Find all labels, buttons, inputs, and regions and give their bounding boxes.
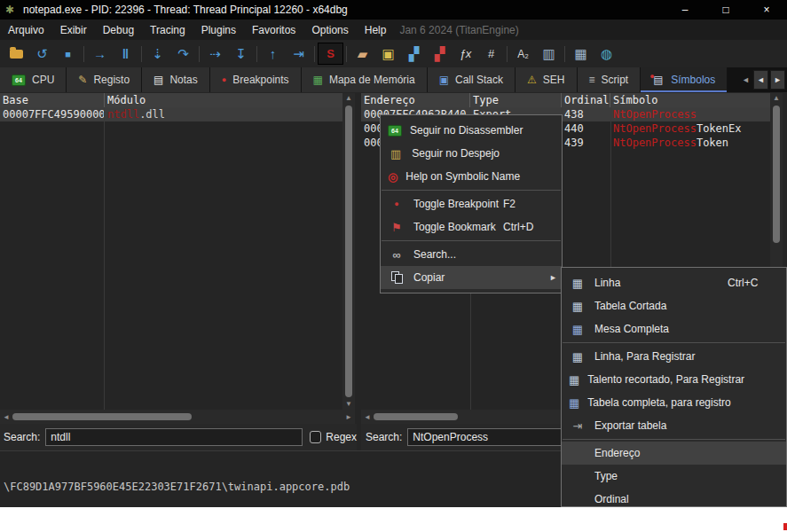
modules-horizontal-scrollbar[interactable]: ◄ ► xyxy=(0,410,355,424)
binoculars-search-icon: ∞ xyxy=(388,248,405,262)
calculator-export-button[interactable]: ▥ xyxy=(536,43,562,65)
scroll-down-arrow[interactable]: ▼ xyxy=(345,399,352,410)
menu-item-toggle-bookmark[interactable]: ⚑ Toggle Bookmark Ctrl+D xyxy=(381,215,562,239)
comments-button[interactable]: ▣ xyxy=(375,43,401,65)
table-icon: ▦ xyxy=(569,277,586,290)
menu-separator xyxy=(382,240,561,241)
hardware-breakpoints-icon[interactable]: ▞ xyxy=(427,43,453,65)
tab-mapa-de-memoria[interactable]: ▦ Mapa de Memória xyxy=(302,67,428,92)
submenu-item-tabela-cortada[interactable]: ▦ Tabela Cortada xyxy=(562,294,786,317)
submenu-item-endereco[interactable]: Endereço xyxy=(562,442,786,465)
menu-arquivo[interactable]: Arquivo xyxy=(0,20,52,40)
submenu-item-talento-recortado[interactable]: ▦ Talento recortado, Para Registrar xyxy=(562,368,786,391)
scroll-right-arrow[interactable]: ► xyxy=(342,413,355,421)
breakpoints-stripes-icon[interactable]: ▞ xyxy=(401,43,427,65)
tab-call-stack[interactable]: ▣ Call Stack xyxy=(428,67,515,92)
cpu-chip-icon: 64 xyxy=(12,74,26,86)
font-button[interactable]: A₂ xyxy=(510,43,536,65)
maximize-button[interactable]: □ xyxy=(705,0,746,20)
tab-cpu[interactable]: 64 CPU xyxy=(0,67,67,92)
column-base[interactable]: Base xyxy=(0,93,105,107)
column-endereco[interactable]: Endereço xyxy=(361,93,470,107)
tab-label: Script xyxy=(602,74,629,86)
restart-button[interactable]: ↺ xyxy=(29,43,55,65)
submenu-item-type[interactable]: Type xyxy=(562,465,786,488)
menu-item-seguir-disassembler[interactable]: 64 Seguir no Disassembler xyxy=(381,119,562,142)
tab-breakpoints[interactable]: ● Breakpoints xyxy=(210,67,302,92)
submenu-item-linha[interactable]: ▦ Linha Ctrl+C xyxy=(562,271,786,294)
menu-favoritos[interactable]: Favoritos xyxy=(244,20,303,40)
run-to-selection-button[interactable]: ⇢ xyxy=(202,43,228,65)
tab-label: CPU xyxy=(32,74,54,86)
calculator-button[interactable]: ▦ xyxy=(568,43,594,65)
pause-button[interactable]: ‖ xyxy=(113,43,138,65)
tab-simbolos[interactable]: ▤ ● Símbolos xyxy=(641,67,728,92)
scrollbar-thumb[interactable] xyxy=(773,106,780,243)
scroll-tabs-left-button[interactable]: ◄ xyxy=(753,70,768,90)
menu-item-toggle-breakpoint[interactable]: ● Toggle Breakpoint F2 xyxy=(381,192,562,215)
menu-tracing[interactable]: Tracing xyxy=(142,20,193,40)
build-info-label: Jan 6 2024 (TitanEngine) xyxy=(399,24,518,36)
patches-button[interactable]: ▰ xyxy=(350,43,375,65)
stop-button[interactable]: ■ xyxy=(55,43,81,65)
submenu-item-linha-para-registrar[interactable]: ▦ Linha, Para Registrar xyxy=(562,345,786,368)
scrollbar-thumb[interactable] xyxy=(345,106,352,397)
toolbar-separator xyxy=(199,46,200,62)
scroll-left-arrow[interactable]: ◄ xyxy=(361,413,374,421)
scrollbar-thumb[interactable] xyxy=(374,413,458,420)
menu-help[interactable]: Help xyxy=(357,20,395,40)
execute-till-return-button[interactable]: ↑ xyxy=(260,43,286,65)
menu-options[interactable]: Options xyxy=(303,20,356,40)
step-into-button[interactable]: ⇣ xyxy=(145,43,170,65)
submenu-item-ordinal[interactable]: Ordinal xyxy=(562,488,786,507)
menu-plugins[interactable]: Plugins xyxy=(193,20,244,40)
column-ordinal[interactable]: Ordinal xyxy=(562,93,610,107)
module-row-ntdll[interactable]: 00007FFC49590000 ntdll.dll xyxy=(0,107,342,121)
tab-script[interactable]: ≡ Script xyxy=(578,67,641,92)
scroll-up-arrow[interactable]: ▲ xyxy=(773,93,780,104)
scroll-tabs-right-button[interactable]: ► xyxy=(770,70,785,90)
close-button[interactable]: × xyxy=(746,0,787,20)
column-type[interactable]: Type xyxy=(470,93,562,107)
modules-table-header: Base Módulo xyxy=(0,93,342,107)
functions-button[interactable]: ƒx xyxy=(453,43,478,65)
submenu-item-mesa-completa[interactable]: ▦ Mesa Completa xyxy=(562,317,786,340)
symbol-red-part: NtOpenProcess xyxy=(613,108,696,121)
column-modulo[interactable]: Módulo xyxy=(105,93,342,107)
notes-icon: ▤ xyxy=(153,74,163,86)
submenu-item-exportar-tabela[interactable]: ⇥ Exportar tabela xyxy=(562,414,786,437)
module-ext: .dll xyxy=(139,108,165,121)
red-pin-glyph: ● xyxy=(649,72,654,81)
search-label: Search: xyxy=(4,431,40,443)
menu-debug[interactable]: Debug xyxy=(95,20,142,40)
animate-into-button[interactable]: S xyxy=(318,43,343,65)
step-over-button[interactable]: ↷ xyxy=(170,43,196,65)
menu-item-help-symbolic-name[interactable]: ◎ Help on Symbolic Name xyxy=(381,165,562,188)
column-simbolo[interactable]: Símbolo xyxy=(610,93,770,107)
hash-button[interactable]: # xyxy=(478,43,504,65)
scroll-up-arrow[interactable]: ▲ xyxy=(345,93,352,104)
scrollbar-thumb[interactable] xyxy=(12,413,192,420)
menu-item-search[interactable]: ∞ Search... xyxy=(381,243,562,266)
regex-checkbox[interactable] xyxy=(310,431,321,443)
symbol-red-part: NtOpenProcess xyxy=(613,137,696,149)
menu-item-copiar[interactable]: Copiar ► xyxy=(381,266,562,289)
tab-seh[interactable]: ⚠ SEH xyxy=(515,67,577,92)
submenu-item-tabela-completa[interactable]: ▦ Tabela completa, para registro xyxy=(562,391,786,414)
tab-registo[interactable]: ✎ Registo xyxy=(67,67,142,92)
run-to-user-code-button[interactable]: ⇥ xyxy=(286,43,311,65)
tab-notas[interactable]: ▤ Notas xyxy=(142,67,210,92)
minimize-button[interactable]: – xyxy=(665,0,705,20)
open-file-button[interactable] xyxy=(4,43,29,65)
menu-exibir[interactable]: Exibir xyxy=(52,20,95,40)
globe-button[interactable]: ◍ xyxy=(594,43,619,65)
modules-search-input[interactable] xyxy=(45,428,303,446)
table-icon: ▦ xyxy=(569,300,586,313)
table-icon: ▦ xyxy=(569,350,586,364)
folder-icon xyxy=(10,50,23,59)
menu-item-seguir-despejo[interactable]: ▥ Seguir no Despejo xyxy=(381,142,562,165)
modules-vertical-scrollbar[interactable]: ▲ ▼ xyxy=(342,93,355,410)
scroll-left-arrow[interactable]: ◄ xyxy=(0,413,12,421)
step-out-button[interactable]: ↧ xyxy=(228,43,254,65)
run-button[interactable]: → xyxy=(87,43,113,65)
